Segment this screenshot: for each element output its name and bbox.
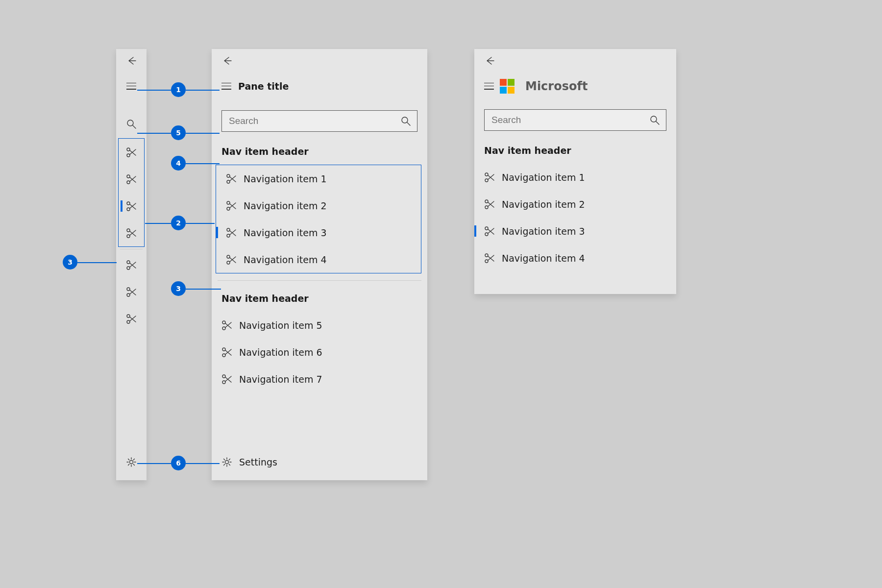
compact-group-1-highlight [118, 138, 145, 247]
nav-item[interactable]: Navigation item 4 [474, 245, 676, 271]
branded-nav-pane: Microsoft Nav item header Navigation ite… [474, 49, 676, 294]
hamburger-icon [126, 83, 136, 90]
nav-item[interactable]: Navigation item 1 [474, 164, 676, 191]
nav-item-selected[interactable]: Navigation item 3 [474, 218, 676, 245]
gear-icon [126, 457, 137, 467]
callout-6: 6 [171, 456, 186, 470]
nav-item-label: Navigation item 4 [244, 254, 327, 265]
callout-1: 1 [171, 82, 186, 97]
nav-group-header: Nav item header [212, 285, 427, 312]
nav-item[interactable] [119, 220, 144, 246]
scissors-icon [484, 253, 495, 264]
scissors-icon [226, 173, 237, 184]
scissors-icon [221, 320, 232, 331]
callout-leader [186, 463, 220, 464]
callout-leader [77, 262, 117, 263]
hamburger-icon[interactable] [221, 83, 231, 90]
scissors-icon [484, 226, 495, 237]
nav-item-selected[interactable] [119, 193, 144, 220]
scissors-icon [484, 199, 495, 210]
back-button[interactable] [474, 49, 676, 73]
callout-3-left: 3 [63, 255, 77, 270]
back-arrow-icon [221, 55, 232, 66]
nav-item[interactable]: Navigation item 7 [212, 366, 427, 392]
scissors-icon [226, 227, 237, 238]
brand-row: Microsoft [474, 73, 676, 99]
scissors-icon [126, 228, 137, 239]
settings-item[interactable]: Settings [212, 448, 427, 475]
gear-icon [221, 457, 232, 467]
callout-leader [137, 90, 171, 91]
nav-item-label: Navigation item 1 [244, 173, 327, 184]
callout-leader [186, 90, 220, 91]
scissors-icon [221, 374, 232, 385]
search-input[interactable] [228, 115, 400, 127]
hamburger-icon[interactable] [484, 83, 494, 90]
back-arrow-icon [126, 55, 137, 66]
nav-item-label: Navigation item 7 [239, 374, 322, 385]
scissors-icon [126, 201, 137, 212]
scissors-icon [126, 174, 137, 185]
nav-item[interactable]: Navigation item 6 [212, 339, 427, 366]
back-arrow-icon [484, 55, 495, 66]
settings-label: Settings [239, 457, 277, 467]
scissors-icon [126, 147, 137, 158]
compact-nav-pane [116, 49, 147, 480]
back-button[interactable] [212, 49, 427, 73]
search-input[interactable] [490, 114, 649, 126]
callout-leader [186, 133, 220, 134]
nav-item[interactable]: Navigation item 2 [474, 191, 676, 218]
search-icon [400, 116, 411, 126]
nav-item[interactable] [116, 305, 147, 332]
callout-leader [186, 223, 215, 224]
nav-group-header-label: Nav item header [484, 145, 571, 156]
nav-item[interactable] [116, 278, 147, 305]
nav-item[interactable] [116, 251, 147, 278]
nav-group-header-label: Nav item header [221, 146, 309, 157]
separator [218, 280, 421, 281]
nav-item-label: Navigation item 6 [239, 347, 322, 358]
scissors-icon [484, 172, 495, 183]
nav-item-label: Navigation item 5 [239, 320, 322, 331]
back-button[interactable] [116, 49, 147, 73]
nav-item[interactable]: Navigation item 2 [216, 192, 421, 219]
scissors-icon [126, 314, 137, 324]
nav-item[interactable]: Navigation item 5 [212, 312, 427, 339]
expanded-nav-pane: Pane title Nav item header Navigation it… [212, 49, 427, 480]
nav-item-label: Navigation item 2 [244, 200, 327, 211]
nav-item-label: Navigation item 1 [502, 172, 585, 183]
nav-group-header: Nav item header [474, 137, 676, 164]
callout-2: 2 [171, 216, 186, 230]
expanded-group-1-highlight: Navigation item 1 Navigation item 2 Navi… [216, 165, 421, 273]
separator [120, 249, 143, 249]
nav-item[interactable]: Navigation item 4 [216, 246, 421, 273]
pane-title-row: Pane title [212, 73, 427, 99]
search-icon [649, 115, 660, 125]
search-box[interactable] [484, 109, 666, 131]
callout-3-right: 3 [171, 281, 186, 296]
callout-leader [137, 133, 171, 134]
scissors-icon [221, 347, 232, 358]
scissors-icon [126, 260, 137, 270]
nav-item[interactable] [119, 166, 144, 193]
search-icon [126, 119, 137, 129]
callout-leader [186, 163, 220, 164]
hamburger-button[interactable] [116, 73, 147, 99]
scissors-icon [226, 254, 237, 265]
nav-item-selected[interactable]: Navigation item 3 [216, 219, 421, 246]
nav-item-label: Navigation item 2 [502, 199, 585, 210]
callout-5: 5 [171, 125, 186, 140]
nav-item[interactable]: Navigation item 1 [216, 165, 421, 192]
callout-leader [186, 289, 221, 290]
nav-item[interactable] [119, 139, 144, 166]
nav-item-label: Navigation item 3 [502, 226, 585, 237]
brand-name: Microsoft [525, 79, 588, 93]
search-box[interactable] [221, 110, 417, 132]
callout-4: 4 [171, 156, 186, 171]
scissors-icon [226, 200, 237, 211]
microsoft-logo-icon [500, 79, 514, 94]
nav-item-label: Navigation item 3 [244, 227, 327, 238]
nav-group-header: Nav item header [212, 138, 427, 165]
callout-leader [137, 463, 171, 464]
settings-button[interactable] [116, 448, 147, 475]
